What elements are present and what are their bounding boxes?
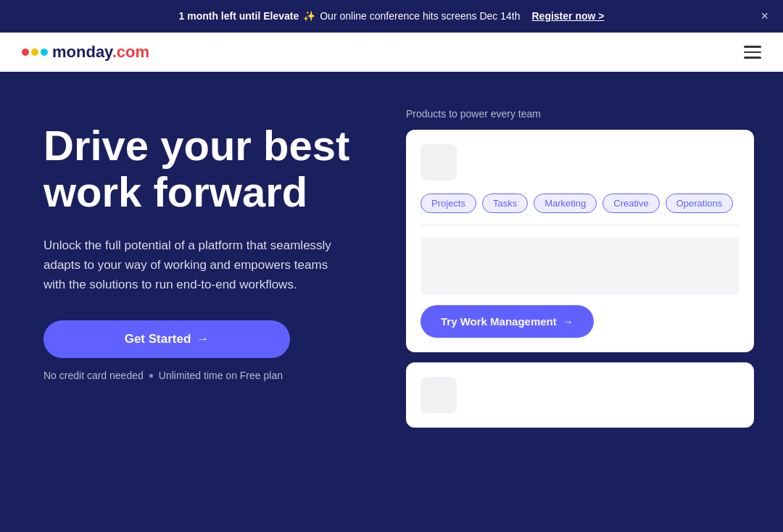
card-divider <box>420 225 740 225</box>
hero-subtitle: Unlock the full potential of a platform … <box>44 236 334 295</box>
logo-dot-yellow <box>31 49 38 56</box>
work-management-card: Projects Tasks Marketing Creative Operat… <box>406 130 754 352</box>
logo-dot-blue <box>41 49 48 56</box>
try-work-management-arrow: → <box>563 315 573 328</box>
products-section-label: Products to power every team <box>406 108 754 120</box>
banner-register-link[interactable]: Register now > <box>532 10 605 22</box>
tag-tasks[interactable]: Tasks <box>482 194 528 213</box>
note-separator <box>149 374 153 378</box>
try-work-management-button[interactable]: Try Work Management → <box>420 305 594 338</box>
navigation: monday.com <box>0 33 783 72</box>
work-management-icon <box>420 144 457 180</box>
banner-close-button[interactable]: × <box>761 9 768 24</box>
hero-section: Drive your best work forward Unlock the … <box>0 72 783 449</box>
logo[interactable]: monday.com <box>22 43 149 62</box>
hero-note: No credit card needed Unlimited time on … <box>44 370 377 381</box>
hero-right-content: Products to power every team Projects Ta… <box>406 108 754 428</box>
banner-content: 1 month left until Elevate ✨ Our online … <box>179 10 605 22</box>
logo-suffix: .com <box>112 43 149 61</box>
tag-list: Projects Tasks Marketing Creative Operat… <box>420 194 740 213</box>
tag-projects[interactable]: Projects <box>420 194 476 213</box>
hero-title: Drive your best work forward <box>44 122 377 215</box>
hamburger-line-2 <box>744 51 761 54</box>
logo-dots <box>22 49 48 56</box>
hero-left-content: Drive your best work forward Unlock the … <box>44 108 377 381</box>
try-work-management-label: Try Work Management <box>441 315 557 328</box>
logo-text: monday.com <box>52 43 149 62</box>
no-credit-text: No credit card needed <box>44 370 144 381</box>
get-started-button[interactable]: Get Started → <box>44 320 290 358</box>
tag-operations[interactable]: Operations <box>666 194 734 213</box>
get-started-label: Get Started <box>125 332 191 346</box>
hamburger-line-3 <box>744 57 761 59</box>
second-product-card <box>406 362 754 428</box>
announcement-banner: 1 month left until Elevate ✨ Our online … <box>0 0 783 33</box>
card-content-preview <box>420 237 740 295</box>
hamburger-line-1 <box>744 46 761 48</box>
banner-emoji: ✨ <box>303 10 315 22</box>
tag-creative[interactable]: Creative <box>602 194 659 213</box>
tag-marketing[interactable]: Marketing <box>534 194 597 213</box>
logo-dot-red <box>22 49 29 56</box>
banner-normal-text: Our online conference hits screens Dec 1… <box>320 10 520 22</box>
free-plan-text: Unlimited time on Free plan <box>159 370 283 381</box>
banner-bold-text: 1 month left until Elevate <box>179 10 299 22</box>
second-product-icon <box>420 377 457 413</box>
hamburger-menu-button[interactable] <box>744 46 761 59</box>
get-started-arrow: → <box>196 332 209 346</box>
